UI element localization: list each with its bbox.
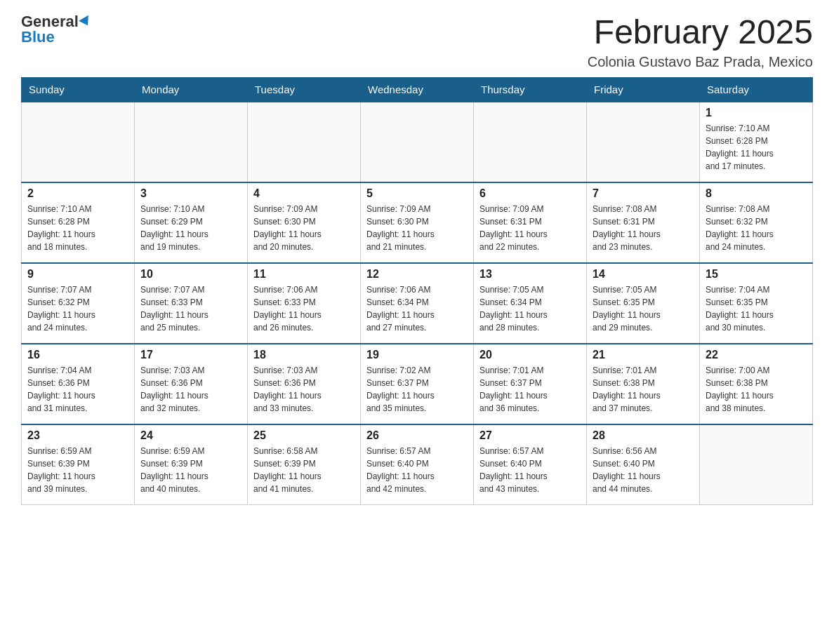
day-number: 16: [27, 349, 128, 361]
calendar-cell: 18Sunrise: 7:03 AM Sunset: 6:36 PM Dayli…: [248, 344, 361, 424]
calendar-cell: 26Sunrise: 6:57 AM Sunset: 6:40 PM Dayli…: [361, 424, 474, 505]
logo-general-text: General: [21, 14, 79, 29]
week-row-5: 23Sunrise: 6:59 AM Sunset: 6:39 PM Dayli…: [22, 424, 813, 505]
column-header-monday: Monday: [135, 77, 248, 102]
calendar-cell: [474, 102, 587, 182]
logo-triangle-icon: [79, 15, 93, 28]
calendar-cell: 17Sunrise: 7:03 AM Sunset: 6:36 PM Dayli…: [135, 344, 248, 424]
calendar-cell: 25Sunrise: 6:58 AM Sunset: 6:39 PM Dayli…: [248, 424, 361, 505]
day-info: Sunrise: 7:06 AM Sunset: 6:34 PM Dayligh…: [366, 283, 468, 334]
calendar-cell: 4Sunrise: 7:09 AM Sunset: 6:30 PM Daylig…: [248, 182, 361, 263]
day-number: 27: [479, 429, 581, 442]
calendar-cell: 1Sunrise: 7:10 AM Sunset: 6:28 PM Daylig…: [700, 102, 813, 182]
day-info: Sunrise: 7:07 AM Sunset: 6:32 PM Dayligh…: [27, 283, 128, 334]
day-info: Sunrise: 6:58 AM Sunset: 6:39 PM Dayligh…: [253, 445, 355, 495]
day-info: Sunrise: 7:09 AM Sunset: 6:30 PM Dayligh…: [366, 203, 468, 253]
day-number: 2: [27, 187, 128, 200]
day-info: Sunrise: 7:09 AM Sunset: 6:31 PM Dayligh…: [479, 203, 581, 253]
day-number: 1: [706, 107, 807, 119]
calendar-cell: [700, 424, 813, 505]
day-info: Sunrise: 7:10 AM Sunset: 6:29 PM Dayligh…: [140, 203, 241, 253]
calendar-cell: 10Sunrise: 7:07 AM Sunset: 6:33 PM Dayli…: [135, 263, 248, 344]
calendar-cell: [135, 102, 248, 182]
week-row-2: 2Sunrise: 7:10 AM Sunset: 6:28 PM Daylig…: [22, 182, 813, 263]
calendar-cell: [248, 102, 361, 182]
day-number: 28: [593, 429, 694, 442]
calendar-cell: 27Sunrise: 6:57 AM Sunset: 6:40 PM Dayli…: [474, 424, 587, 505]
calendar-cell: [361, 102, 474, 182]
week-row-4: 16Sunrise: 7:04 AM Sunset: 6:36 PM Dayli…: [22, 344, 813, 424]
day-info: Sunrise: 6:57 AM Sunset: 6:40 PM Dayligh…: [366, 445, 468, 495]
day-info: Sunrise: 7:02 AM Sunset: 6:37 PM Dayligh…: [366, 364, 468, 415]
calendar-cell: 12Sunrise: 7:06 AM Sunset: 6:34 PM Dayli…: [361, 263, 474, 344]
day-info: Sunrise: 7:03 AM Sunset: 6:36 PM Dayligh…: [253, 364, 355, 415]
day-info: Sunrise: 7:03 AM Sunset: 6:36 PM Dayligh…: [140, 364, 241, 415]
calendar-cell: 13Sunrise: 7:05 AM Sunset: 6:34 PM Dayli…: [474, 263, 587, 344]
calendar-cell: 19Sunrise: 7:02 AM Sunset: 6:37 PM Dayli…: [361, 344, 474, 424]
calendar-cell: 20Sunrise: 7:01 AM Sunset: 6:37 PM Dayli…: [474, 344, 587, 424]
day-info: Sunrise: 7:04 AM Sunset: 6:36 PM Dayligh…: [27, 364, 128, 415]
day-number: 21: [593, 349, 694, 361]
day-info: Sunrise: 7:01 AM Sunset: 6:37 PM Dayligh…: [479, 364, 581, 415]
day-info: Sunrise: 7:08 AM Sunset: 6:31 PM Dayligh…: [593, 203, 694, 253]
day-info: Sunrise: 6:59 AM Sunset: 6:39 PM Dayligh…: [27, 445, 128, 495]
day-number: 12: [366, 268, 468, 281]
day-number: 20: [479, 349, 581, 361]
day-info: Sunrise: 7:09 AM Sunset: 6:30 PM Dayligh…: [253, 203, 355, 253]
calendar-cell: 8Sunrise: 7:08 AM Sunset: 6:32 PM Daylig…: [700, 182, 813, 263]
calendar-cell: 15Sunrise: 7:04 AM Sunset: 6:35 PM Dayli…: [700, 263, 813, 344]
day-info: Sunrise: 7:00 AM Sunset: 6:38 PM Dayligh…: [706, 364, 807, 415]
day-number: 17: [140, 349, 241, 361]
calendar-cell: 3Sunrise: 7:10 AM Sunset: 6:29 PM Daylig…: [135, 182, 248, 263]
day-number: 15: [706, 268, 807, 281]
day-number: 7: [593, 187, 694, 200]
column-header-friday: Friday: [587, 77, 700, 102]
day-number: 14: [593, 268, 694, 281]
location-title: Colonia Gustavo Baz Prada, Mexico: [588, 54, 813, 70]
calendar-cell: 23Sunrise: 6:59 AM Sunset: 6:39 PM Dayli…: [22, 424, 135, 505]
day-number: 5: [366, 187, 468, 200]
day-number: 19: [366, 349, 468, 361]
day-info: Sunrise: 7:01 AM Sunset: 6:38 PM Dayligh…: [593, 364, 694, 415]
calendar-cell: 7Sunrise: 7:08 AM Sunset: 6:31 PM Daylig…: [587, 182, 700, 263]
calendar-table: SundayMondayTuesdayWednesdayThursdayFrid…: [21, 77, 813, 506]
day-number: 24: [140, 429, 241, 442]
calendar-cell: [22, 102, 135, 182]
day-info: Sunrise: 7:04 AM Sunset: 6:35 PM Dayligh…: [706, 283, 807, 334]
day-info: Sunrise: 6:59 AM Sunset: 6:39 PM Dayligh…: [140, 445, 241, 495]
day-number: 11: [253, 268, 355, 281]
day-info: Sunrise: 7:10 AM Sunset: 6:28 PM Dayligh…: [706, 122, 807, 173]
day-number: 10: [140, 268, 241, 281]
day-info: Sunrise: 7:06 AM Sunset: 6:33 PM Dayligh…: [253, 283, 355, 334]
calendar-cell: 28Sunrise: 6:56 AM Sunset: 6:40 PM Dayli…: [587, 424, 700, 505]
day-number: 9: [27, 268, 128, 281]
day-number: 4: [253, 187, 355, 200]
day-info: Sunrise: 6:57 AM Sunset: 6:40 PM Dayligh…: [479, 445, 581, 495]
day-number: 26: [366, 429, 468, 442]
column-header-wednesday: Wednesday: [361, 77, 474, 102]
calendar-cell: 24Sunrise: 6:59 AM Sunset: 6:39 PM Dayli…: [135, 424, 248, 505]
day-info: Sunrise: 7:05 AM Sunset: 6:34 PM Dayligh…: [479, 283, 581, 334]
week-row-3: 9Sunrise: 7:07 AM Sunset: 6:32 PM Daylig…: [22, 263, 813, 344]
calendar-cell: 9Sunrise: 7:07 AM Sunset: 6:32 PM Daylig…: [22, 263, 135, 344]
day-number: 13: [479, 268, 581, 281]
day-info: Sunrise: 6:56 AM Sunset: 6:40 PM Dayligh…: [593, 445, 694, 495]
day-info: Sunrise: 7:10 AM Sunset: 6:28 PM Dayligh…: [27, 203, 128, 253]
day-info: Sunrise: 7:07 AM Sunset: 6:33 PM Dayligh…: [140, 283, 241, 334]
day-number: 3: [140, 187, 241, 200]
day-info: Sunrise: 7:05 AM Sunset: 6:35 PM Dayligh…: [593, 283, 694, 334]
day-number: 23: [27, 429, 128, 442]
column-header-thursday: Thursday: [474, 77, 587, 102]
page-header: General Blue February 2025 Colonia Gusta…: [21, 14, 813, 70]
calendar-header-row: SundayMondayTuesdayWednesdayThursdayFrid…: [22, 77, 813, 102]
day-number: 25: [253, 429, 355, 442]
week-row-1: 1Sunrise: 7:10 AM Sunset: 6:28 PM Daylig…: [22, 102, 813, 182]
calendar-cell: 5Sunrise: 7:09 AM Sunset: 6:30 PM Daylig…: [361, 182, 474, 263]
calendar-cell: [587, 102, 700, 182]
calendar-cell: 22Sunrise: 7:00 AM Sunset: 6:38 PM Dayli…: [700, 344, 813, 424]
title-section: February 2025 Colonia Gustavo Baz Prada,…: [588, 14, 813, 70]
day-info: Sunrise: 7:08 AM Sunset: 6:32 PM Dayligh…: [706, 203, 807, 253]
calendar-cell: 2Sunrise: 7:10 AM Sunset: 6:28 PM Daylig…: [22, 182, 135, 263]
calendar-cell: 6Sunrise: 7:09 AM Sunset: 6:31 PM Daylig…: [474, 182, 587, 263]
day-number: 18: [253, 349, 355, 361]
